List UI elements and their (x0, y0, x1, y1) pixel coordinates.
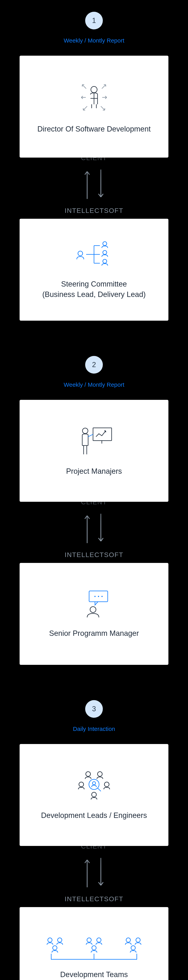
card-title: Director Of Software Development (37, 124, 151, 134)
vendor-label: INTELLECTSOFT (65, 207, 123, 215)
card-dev-teams: Development Teams (20, 907, 168, 980)
svg-point-20 (58, 938, 62, 942)
card-title: Steering Committee(Business Lead, Delive… (42, 279, 146, 300)
connector: CLIENT INTELLECTSOFT (65, 842, 123, 911)
card-steering: Steering Committee(Business Lead, Delive… (20, 219, 168, 321)
svg-point-14 (79, 782, 84, 787)
teams-connector-line (51, 954, 137, 959)
section-subtitle: Daily Interaction (73, 725, 115, 732)
card-dev-leads: Development Leads / Engineers (20, 744, 168, 846)
step-badge: 2 (85, 356, 103, 374)
connector: CLIENT INTELLECTSOFT (65, 154, 123, 222)
step-badge: 3 (85, 700, 103, 718)
svg-point-17 (89, 779, 99, 789)
presenter-icon (74, 425, 114, 456)
svg-point-4 (103, 259, 107, 263)
card-pm: Project Manajers (20, 400, 168, 502)
svg-point-6 (82, 428, 88, 434)
svg-point-1 (78, 251, 83, 256)
card-title: Senior Programm Manager (49, 628, 139, 639)
svg-point-15 (104, 782, 109, 787)
section-subtitle: Weekly / Montly Report (64, 382, 124, 388)
svg-point-2 (103, 242, 107, 246)
bidirectional-arrows-icon (83, 858, 105, 887)
org-chart-icon (73, 240, 115, 269)
svg-point-3 (103, 250, 107, 255)
svg-point-9 (98, 596, 99, 597)
svg-point-0 (91, 86, 97, 93)
section-1: 1 Weekly / Montly Report Director Of Sof… (0, 12, 188, 321)
dev-teams-icon (41, 936, 147, 954)
svg-point-23 (97, 938, 101, 942)
svg-point-22 (87, 938, 91, 942)
section-3: 3 Daily Interaction Dev (0, 700, 188, 980)
svg-point-13 (98, 772, 102, 776)
card-title: Development Leads / Engineers (41, 810, 147, 821)
section-subtitle: Weekly / Montly Report (64, 37, 124, 44)
svg-point-18 (92, 782, 96, 785)
svg-point-16 (92, 792, 96, 797)
card-senior-pm: Senior Programm Manager (20, 563, 168, 665)
svg-point-21 (53, 946, 57, 950)
card-title: Development Teams (60, 969, 128, 980)
bidirectional-arrows-icon (83, 514, 105, 543)
connector: CLIENT INTELLECTSOFT (65, 498, 123, 566)
director-icon (76, 79, 112, 114)
card-director: Director Of Software Development (20, 56, 168, 158)
svg-point-19 (48, 938, 52, 942)
section-2: 2 Weekly / Montly Report Project Manajer… (0, 356, 188, 665)
svg-point-8 (95, 596, 96, 597)
speech-person-icon (77, 589, 111, 618)
card-title: Project Manajers (66, 466, 122, 476)
bidirectional-arrows-icon (83, 170, 105, 199)
vendor-label: INTELLECTSOFT (65, 895, 123, 903)
svg-point-26 (136, 938, 140, 942)
svg-point-10 (101, 596, 103, 597)
svg-rect-5 (93, 428, 112, 441)
step-badge: 1 (85, 12, 103, 29)
svg-point-27 (131, 946, 135, 950)
svg-point-12 (86, 772, 90, 776)
team-search-icon (74, 769, 114, 800)
svg-point-25 (126, 938, 130, 942)
svg-point-11 (90, 607, 96, 612)
vendor-label: INTELLECTSOFT (65, 551, 123, 558)
svg-point-24 (92, 946, 96, 950)
